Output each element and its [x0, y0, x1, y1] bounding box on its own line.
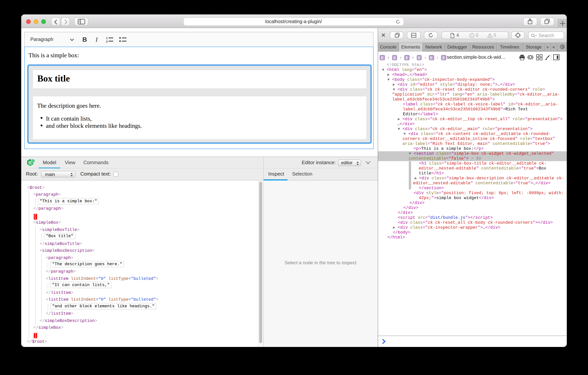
svg-text:5: 5 — [32, 159, 33, 162]
svg-text:2: 2 — [106, 40, 107, 43]
svg-text:1: 1 — [106, 36, 107, 39]
